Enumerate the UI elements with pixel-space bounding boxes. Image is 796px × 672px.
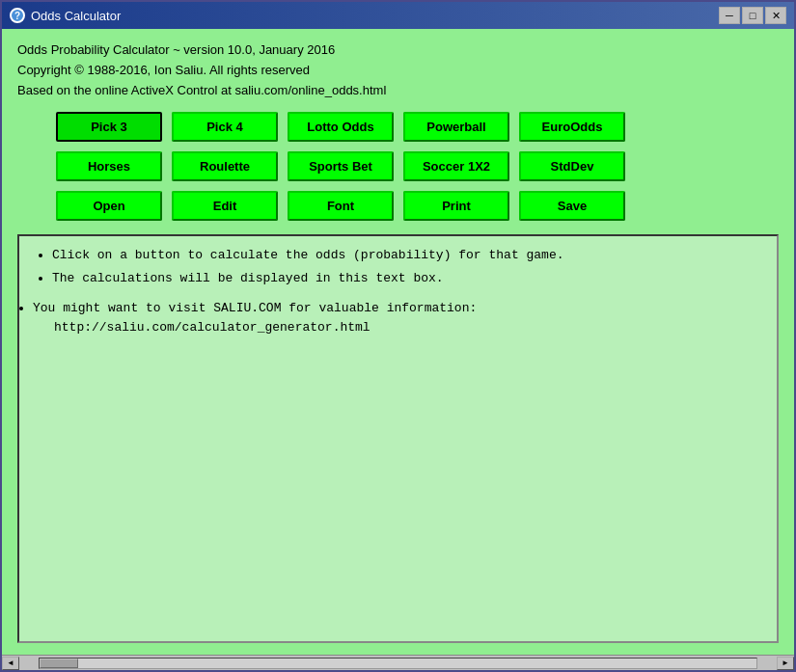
lotto-odds-button[interactable]: Lotto Odds bbox=[288, 112, 394, 142]
title-bar-controls: ─ □ ✕ bbox=[719, 7, 786, 24]
saliu-note: You might want to visit SALIU.COM for va… bbox=[33, 299, 763, 336]
soccer-button[interactable]: Soccer 1X2 bbox=[403, 151, 509, 181]
open-button[interactable]: Open bbox=[56, 191, 162, 221]
roulette-button[interactable]: Roulette bbox=[172, 151, 278, 181]
header-line1: Odds Probability Calculator ~ version 10… bbox=[17, 40, 779, 61]
horizontal-scrollbar[interactable]: ◄ ► bbox=[2, 655, 794, 670]
scrollbar-thumb[interactable] bbox=[40, 659, 78, 668]
button-row-1: Pick 3 Pick 4 Lotto Odds Powerball EuroO… bbox=[17, 112, 779, 142]
header-line2: Copyright © 1988-2016, Ion Saliu. All ri… bbox=[17, 61, 779, 81]
font-button[interactable]: Font bbox=[288, 191, 394, 221]
pick3-button[interactable]: Pick 3 bbox=[56, 112, 162, 142]
instruction-line1: Click on a button to calculate the odds … bbox=[52, 246, 763, 265]
pick4-button[interactable]: Pick 4 bbox=[172, 112, 278, 142]
scrollbar-track[interactable] bbox=[39, 658, 757, 669]
instruction-line2: The calculations will be displayed in th… bbox=[52, 269, 763, 288]
close-button[interactable]: ✕ bbox=[765, 7, 786, 24]
maximize-button[interactable]: □ bbox=[742, 7, 763, 24]
button-row-2: Horses Roulette Sports Bet Soccer 1X2 St… bbox=[17, 151, 779, 181]
content-area: Odds Probability Calculator ~ version 10… bbox=[2, 29, 794, 655]
main-window: ? Odds Calculator ─ □ ✕ Odds Probability… bbox=[0, 0, 796, 672]
header-text: Odds Probability Calculator ~ version 10… bbox=[17, 40, 779, 100]
edit-button[interactable]: Edit bbox=[172, 191, 278, 221]
window-icon: ? bbox=[10, 8, 25, 23]
save-button[interactable]: Save bbox=[519, 191, 625, 221]
title-bar-left: ? Odds Calculator bbox=[10, 8, 121, 23]
scroll-right-button[interactable]: ► bbox=[777, 657, 794, 670]
output-text-area[interactable]: Click on a button to calculate the odds … bbox=[17, 234, 779, 643]
text-area-content: Click on a button to calculate the odds … bbox=[33, 246, 763, 336]
euroodds-button[interactable]: EuroOdds bbox=[519, 112, 625, 142]
horses-button[interactable]: Horses bbox=[56, 151, 162, 181]
sports-bet-button[interactable]: Sports Bet bbox=[288, 151, 394, 181]
scroll-left-button[interactable]: ◄ bbox=[2, 657, 19, 670]
powerball-button[interactable]: Powerball bbox=[403, 112, 509, 142]
stddev-button[interactable]: StdDev bbox=[519, 151, 625, 181]
print-button[interactable]: Print bbox=[403, 191, 509, 221]
title-bar: ? Odds Calculator ─ □ ✕ bbox=[2, 2, 794, 29]
minimize-button[interactable]: ─ bbox=[719, 7, 740, 24]
header-line3: Based on the online ActiveX Control at s… bbox=[17, 81, 779, 101]
button-row-3: Open Edit Font Print Save bbox=[17, 191, 779, 221]
saliu-url: http://saliu.com/calculator_generator.ht… bbox=[33, 318, 763, 337]
window-title: Odds Calculator bbox=[31, 9, 121, 23]
